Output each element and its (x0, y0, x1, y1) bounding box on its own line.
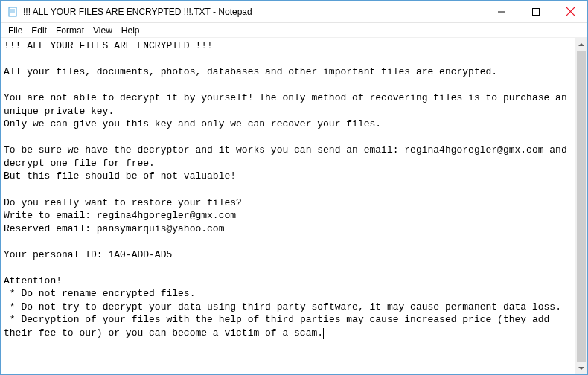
menu-format[interactable]: Format (51, 25, 89, 36)
scrollbar-thumb[interactable] (577, 51, 586, 362)
scroll-down-arrow-icon[interactable] (575, 362, 587, 374)
menu-view[interactable]: View (89, 25, 117, 36)
titlebar[interactable]: !!! ALL YOUR FILES ARE ENCRYPTED !!!.TXT… (1, 1, 587, 23)
window-title: !!! ALL YOUR FILES ARE ENCRYPTED !!!.TXT… (23, 7, 485, 17)
svg-rect-0 (9, 7, 16, 16)
notepad-icon (7, 6, 19, 18)
svg-rect-5 (533, 8, 540, 15)
editor-wrap: !!! ALL YOUR FILES ARE ENCRYPTED !!! All… (1, 38, 587, 374)
document-text: !!! ALL YOUR FILES ARE ENCRYPTED !!! All… (4, 40, 573, 339)
scroll-up-arrow-icon[interactable] (575, 38, 587, 51)
text-cursor (323, 328, 324, 339)
svg-marker-9 (578, 367, 584, 370)
vertical-scrollbar[interactable] (575, 38, 587, 374)
text-editor[interactable]: !!! ALL YOUR FILES ARE ENCRYPTED !!! All… (1, 38, 575, 374)
window-controls (485, 1, 587, 22)
menu-help[interactable]: Help (117, 25, 144, 36)
menu-file[interactable]: File (4, 25, 27, 36)
minimize-button[interactable] (485, 1, 519, 22)
svg-marker-8 (578, 43, 584, 46)
notepad-window: !!! ALL YOUR FILES ARE ENCRYPTED !!!.TXT… (0, 0, 588, 375)
menubar: File Edit Format View Help (1, 23, 587, 38)
scrollbar-track[interactable] (575, 51, 587, 362)
menu-edit[interactable]: Edit (27, 25, 51, 36)
maximize-button[interactable] (519, 1, 553, 22)
close-button[interactable] (553, 1, 587, 22)
